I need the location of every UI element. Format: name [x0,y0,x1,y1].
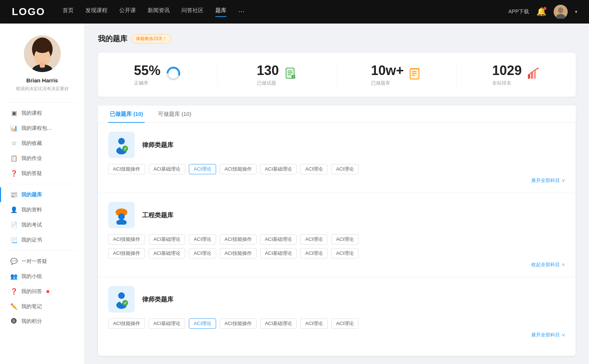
nav-dropdown-arrow[interactable]: ▾ [575,9,577,14]
sidebar-item-my-cert[interactable]: 📃 我的证书 [0,232,84,247]
tag[interactable]: ACI理论 [300,318,328,329]
tab-available[interactable]: 可做题库 (10) [156,106,193,123]
tag[interactable]: ACI理论 [189,248,216,258]
expand-link-3[interactable]: 展开全部科目 ∨ [108,332,565,338]
profile-avatar [24,35,61,72]
sidebar-item-one-on-one[interactable]: 💬 一对一答疑 [0,254,84,269]
qbank-item-2: 工程类题库 ACI技能操作 ACI基础理论 ACI理论 ACI技能操作 ACI基… [98,193,576,277]
tag[interactable]: ACI技能操作 [108,234,145,245]
tag[interactable]: ACI技能操作 [108,248,145,258]
group-icon: 👥 [10,273,18,280]
qbank-icon-lawyer-1: ✓ [108,132,135,158]
tag[interactable]: ACI技能操作 [108,318,145,329]
tag[interactable]: ACI技能操作 [220,164,257,174]
tag[interactable]: ACI基础理论 [260,318,297,329]
svg-point-38 [118,292,125,299]
stat-accuracy-label: 正确率 [134,80,161,86]
tag-active[interactable]: ACI理论 [189,318,216,329]
my-courses-icon: ▣ [10,110,18,117]
tag[interactable]: ACI技能操作 [108,164,145,174]
sidebar-item-my-qa[interactable]: ❓ 我的答疑 [0,166,84,181]
nav-right: APP下载 🔔 ▾ [508,5,577,19]
stat-banks: 10w+ 已做题库 [337,63,457,86]
cert-icon: 📃 [10,236,18,243]
tag[interactable]: ACI理论 [331,234,359,245]
nav-link-news[interactable]: 新闻资讯 [148,7,170,17]
tag-active[interactable]: ACI理论 [189,164,216,174]
svg-point-36 [118,213,125,220]
sidebar-item-my-group[interactable]: 👥 我的小组 [0,269,84,284]
layout: Brian Harris 错误的决定比没有决定要好 ▣ 我的课程 📊 我的课程包… [0,24,589,364]
qa-icon: ❓ [10,170,18,177]
sidebar-item-label: 我的答疑 [21,170,42,177]
sidebar-item-label: 我的课程 [21,110,42,117]
nav-link-discover[interactable]: 发现课程 [85,7,107,17]
tag[interactable]: ACI基础理论 [260,234,297,245]
nav-link-qbank[interactable]: 题库 [215,7,226,17]
tag[interactable]: ACI基础理论 [260,164,297,174]
qbank-item-1: ✓ 律师类题库 ACI技能操作 ACI基础理论 ACI理论 ACI技能操作 AC… [98,123,576,193]
tab-done[interactable]: 已做题库 (10) [108,106,145,123]
notification-bell[interactable]: 🔔 [536,7,546,17]
profile-motto: 错误的决定比没有决定要好 [16,86,69,92]
stat-rank-text: 1029 全站排名 [492,63,522,86]
sidebar-item-my-homework[interactable]: 📋 我的作业 [0,151,84,166]
svg-text:✓: ✓ [124,146,127,151]
profile-name: Brian Harris [27,77,58,83]
stat-questions: 130 已做试题 ✓ [218,63,337,86]
tag[interactable]: ACI理论 [331,164,359,174]
sidebar-item-label: 我的积分 [21,318,42,325]
tag[interactable]: ACI理论 [331,248,359,258]
sidebar-item-my-exam[interactable]: 📄 我的考试 [0,217,84,232]
sidebar-item-my-questions[interactable]: ❓ 我的问答 [0,284,84,299]
tag[interactable]: ACI基础理论 [260,248,297,258]
tag[interactable]: ACI基础理论 [149,234,186,245]
qbank-icon: 📰 [10,191,18,198]
stat-banks-value: 10w+ [371,63,404,78]
homework-icon: 📋 [10,155,18,162]
sidebar-item-my-courses[interactable]: ▣ 我的课程 [0,106,84,121]
nav-logo: LOGO [12,6,45,18]
nav-link-qa[interactable]: 问答社区 [181,7,204,17]
sidebar-item-label: 一对一答疑 [21,258,47,265]
sidebar-item-label: 我的小组 [21,273,42,280]
tag[interactable]: ACI技能操作 [220,248,257,258]
svg-text:✓: ✓ [124,301,127,305]
tag[interactable]: ACI基础理论 [149,164,186,174]
tag[interactable]: ACI理论 [300,234,328,245]
avatar[interactable] [554,5,568,19]
tag[interactable]: ACI理论 [331,318,359,329]
svg-rect-25 [528,74,530,79]
tag[interactable]: ACI技能操作 [220,234,257,245]
tag[interactable]: ACI理论 [300,248,328,258]
svg-point-29 [118,138,125,144]
svg-point-28 [537,68,539,69]
app-download-button[interactable]: APP下载 [508,8,529,15]
sidebar-divider-top [7,102,77,103]
nav-link-more[interactable]: ··· [238,7,244,17]
sidebar-item-my-notes[interactable]: ✏️ 我的笔记 [0,299,84,314]
nav-link-open[interactable]: 公开课 [119,7,136,17]
svg-rect-27 [534,70,536,79]
svg-text:✓: ✓ [292,75,294,79]
tag[interactable]: ACI技能操作 [220,318,257,329]
sidebar-item-my-points[interactable]: 🅐 我的积分 [0,314,84,329]
tag[interactable]: ACI基础理论 [149,318,186,329]
nav-link-home[interactable]: 首页 [63,7,74,17]
tag[interactable]: ACI理论 [189,234,216,245]
sidebar-item-my-qbank[interactable]: 📰 我的题库 [0,187,84,202]
qbank-header-3: ✓ 律师类题库 [108,286,565,313]
sidebar-item-my-packages[interactable]: 📊 我的课程包... [0,121,84,136]
sidebar-item-my-data[interactable]: 👤 我的资料 [0,202,84,217]
collapse-link-2[interactable]: 收起全部科目 ∧ [108,261,565,268]
sidebar-divider-mid [7,184,77,184]
qbank-title-2: 工程类题库 [142,211,173,220]
sidebar-item-my-favorites[interactable]: ☆ 我的收藏 [0,136,84,151]
banks-doc-icon [409,67,422,83]
tag[interactable]: ACI基础理论 [149,248,186,258]
expand-link-1[interactable]: 展开全部科目 ∨ [108,177,565,184]
tag[interactable]: ACI理论 [300,164,328,174]
rank-chart-icon [527,67,540,83]
qbank-header-2: 工程类题库 [108,202,565,228]
stat-accuracy-value: 55% [134,63,161,78]
